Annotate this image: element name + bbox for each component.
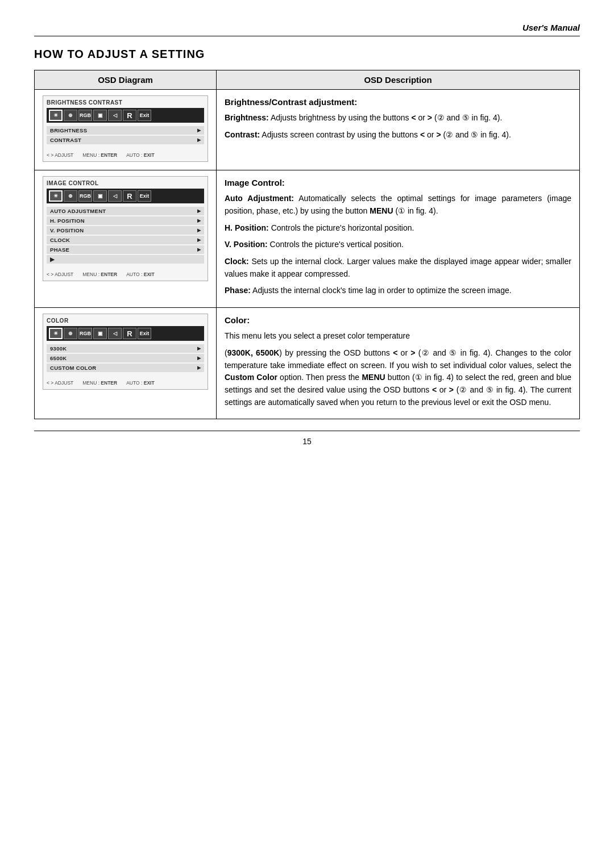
desc-para-1-3: Clock: Sets up the internal clock. Large… <box>225 256 571 280</box>
menu-item-2-1: 6500K▶ <box>47 354 204 362</box>
r-icon: R <box>123 328 136 339</box>
osd-diagram-cell-2: COLOR☀⊕RGB▣◁RExit9300K▶6500K▶CUSTOM COLO… <box>35 308 217 419</box>
col-header-diagram: OSD Diagram <box>35 70 217 90</box>
page-number: 15 <box>302 437 312 446</box>
menu-item-1-4: PHASE▶ <box>47 245 204 254</box>
desc-para-0-0: Brightness: Adjusts brightness by using … <box>225 112 571 124</box>
osd-footer-2: < > ADJUSTMENU : ENTERAUTO : EXIT <box>47 380 204 386</box>
contrast-icon: ⊕ <box>64 328 77 339</box>
r-icon: R <box>123 190 136 202</box>
menu-item-1-3: CLOCK▶ <box>47 236 204 244</box>
rgb-icon: RGB <box>78 190 92 202</box>
manual-title: User's Manual <box>522 23 580 32</box>
brightness-icon: ☀ <box>49 328 63 339</box>
r-icon: R <box>123 110 136 121</box>
desc-heading-0: Brightness/Contrast adjustment: <box>225 95 571 108</box>
display-icon: ▣ <box>93 110 107 121</box>
section-heading: HOW TO ADJUST A SETTING <box>34 48 580 61</box>
exit-icon: Exit <box>138 328 151 339</box>
menu-item-0-1: CONTRAST▶ <box>47 136 204 144</box>
contrast-icon: ⊕ <box>64 110 77 121</box>
desc-para-1-4: Phase: Adjusts the internal clock's time… <box>225 285 571 297</box>
desc-para-2-1: (9300K, 6500K) by pressing the OSD butto… <box>225 347 571 408</box>
osd-footer-1: < > ADJUSTMENU : ENTERAUTO : EXIT <box>47 272 204 277</box>
arrow-icon: ◁ <box>108 190 122 202</box>
brightness-icon: ☀ <box>49 190 63 202</box>
brightness-icon: ☀ <box>49 110 63 121</box>
desc-para-1-2: V. Position: Controls the picture's vert… <box>225 239 571 251</box>
menu-item-1-5: ▶ <box>47 255 204 264</box>
osd-desc-cell-1: Image Control:Auto Adjustment: Automatic… <box>217 170 580 308</box>
rgb-icon: RGB <box>78 328 92 339</box>
osd-label-2: COLOR <box>47 318 204 324</box>
menu-item-1-0: AUTO ADJUSTMENT▶ <box>47 207 204 215</box>
desc-para-2-0: This menu lets you select a preset color… <box>225 330 571 343</box>
arrow-icon: ◁ <box>108 110 122 121</box>
rgb-icon: RGB <box>78 110 92 121</box>
desc-para-1-1: H. Position: Controls the picture's hori… <box>225 222 571 235</box>
exit-icon: Exit <box>138 110 151 121</box>
menu-item-1-2: V. POSITION▶ <box>47 226 204 235</box>
menu-item-1-1: H. POSITION▶ <box>47 216 204 225</box>
osd-diagram-cell-1: IMAGE CONTROL☀⊕RGB▣◁RExitAUTO ADJUSTMENT… <box>35 170 217 308</box>
desc-heading-1: Image Control: <box>225 176 571 189</box>
desc-heading-2: Color: <box>225 314 571 327</box>
menu-item-2-2: CUSTOM COLOR▶ <box>47 364 204 372</box>
osd-desc-cell-2: Color:This menu lets you select a preset… <box>217 308 580 419</box>
osd-desc-cell-0: Brightness/Contrast adjustment:Brightnes… <box>217 90 580 170</box>
exit-icon: Exit <box>138 190 151 202</box>
contrast-icon: ⊕ <box>64 190 77 202</box>
menu-item-0-0: BRIGHTNESS▶ <box>47 126 204 135</box>
osd-label-1: IMAGE CONTROL <box>47 180 204 186</box>
osd-diagram-cell-0: BRIGHTNESS CONTRAST☀⊕RGB▣◁RExitBRIGHTNES… <box>35 90 217 170</box>
desc-para-0-1: Contrast: Adjusts screen contrast by usi… <box>225 129 571 141</box>
display-icon: ▣ <box>93 190 107 202</box>
menu-item-2-0: 9300K▶ <box>47 344 204 353</box>
arrow-icon: ◁ <box>108 328 122 339</box>
osd-label-0: BRIGHTNESS CONTRAST <box>47 99 204 106</box>
col-header-description: OSD Description <box>217 70 580 90</box>
osd-footer-0: < > ADJUSTMENU : ENTERAUTO : EXIT <box>47 152 204 158</box>
osd-table: OSD Diagram OSD Description BRIGHTNESS C… <box>34 70 580 419</box>
display-icon: ▣ <box>93 328 107 339</box>
desc-para-1-0: Auto Adjustment: Automatically selects t… <box>225 193 571 217</box>
